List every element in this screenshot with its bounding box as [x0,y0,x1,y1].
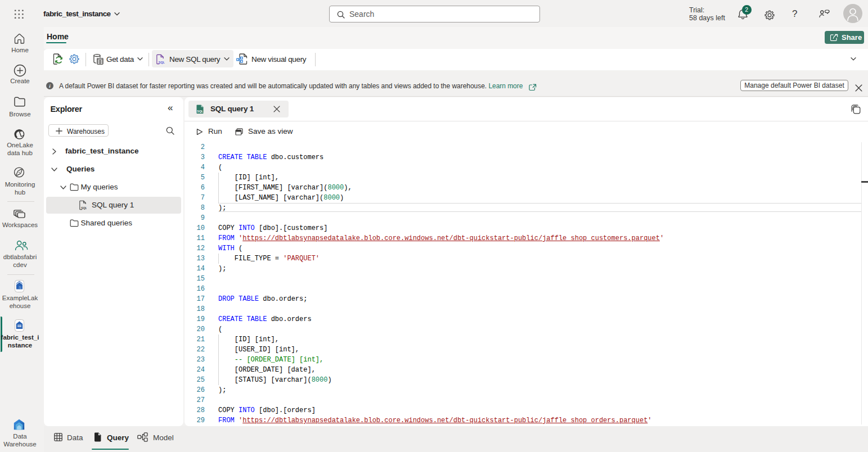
svg-text:SQL: SQL [81,206,87,210]
svg-text:SQL: SQL [159,60,165,64]
svg-text:SQL: SQL [197,110,204,113]
